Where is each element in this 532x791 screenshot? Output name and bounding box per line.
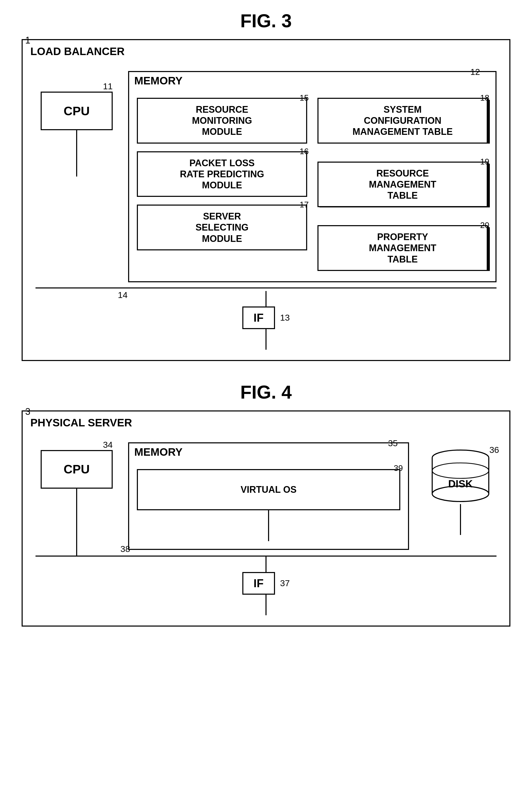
fig4-bus: 38 — [36, 555, 496, 557]
fig3-table-3-label: PROPERTYMANAGEMENTTABLE — [369, 231, 436, 265]
fig4-virtual-os-box: VIRTUAL OS — [137, 469, 400, 510]
fig4-cpu-box: CPU — [41, 450, 113, 489]
fig4-disk-col: 36 DISK — [424, 448, 496, 535]
fig4-title: FIG. 4 — [240, 382, 292, 403]
fig4-memory-label: MEMORY — [134, 446, 183, 458]
fig3-table-1-ref: 18 — [480, 93, 489, 103]
fig3-outer-label: LOAD BALANCER — [30, 45, 125, 58]
fig4-bus-ref: 38 — [120, 544, 130, 554]
fig3-table-2-ref: 19 — [480, 157, 489, 167]
fig3-table-1-label: SYSTEMCONFIGURATIONMANAGEMENT TABLE — [353, 104, 453, 137]
fig3-module-1-ref: 15 — [300, 93, 309, 103]
fig4-disk-svg: DISK — [424, 448, 496, 504]
fig4-if-row: IF 37 — [242, 572, 290, 595]
fig3-memory-inner: 15 RESOURCEMONITORINGMODULE 16 PACKET LO… — [137, 98, 488, 274]
fig3-title: FIG. 3 — [240, 10, 292, 32]
fig4-memory-vline — [268, 510, 269, 541]
fig4-if-box: IF — [242, 572, 275, 595]
fig4-cpu-vline — [76, 489, 77, 555]
fig4-virtual-os-wrapper: 39 VIRTUAL OS — [137, 469, 400, 510]
fig3-module-1: 15 RESOURCEMONITORINGMODULE — [137, 98, 307, 144]
fig3-memory-label: MEMORY — [134, 75, 183, 87]
fig3-if-ref: 13 — [280, 313, 290, 323]
fig3-table-3-ref: 20 — [480, 221, 489, 230]
fig3-vline-to-if — [265, 291, 267, 306]
fig3-bus-line — [36, 287, 496, 288]
fig4-cpu-col: 34 CPU — [41, 450, 113, 555]
fig3-module-2-ref: 16 — [300, 147, 309, 156]
fig4-memory-box: 35 MEMORY 39 VIRTUAL OS — [128, 442, 409, 550]
fig3-module-3: 17 SERVERSELECTINGMODULE — [137, 205, 307, 250]
fig3-module-3-ref: 17 — [300, 200, 309, 209]
fig3-table-2-label: RESOURCEMANAGEMENTTABLE — [369, 168, 436, 201]
fig3-if-label: IF — [254, 312, 264, 324]
fig3-table-1: 18 SYSTEMCONFIGURATIONMANAGEMENT TABLE — [318, 98, 488, 144]
fig3-cpu-ref: 11 — [103, 81, 113, 91]
fig3-bus: 14 — [36, 287, 496, 288]
fig3-cpu-box: CPU — [41, 92, 113, 130]
fig4-if-section: IF 37 — [36, 557, 496, 615]
fig4-inner: 34 CPU 35 MEMORY 39 VIRTUAL OS — [36, 442, 496, 555]
fig3-ref-1: 1 — [25, 35, 30, 46]
fig3-table-2-stack: 19 RESOURCEMANAGEMENTTABLE — [318, 162, 488, 207]
fig4-memory-ref: 35 — [388, 438, 398, 448]
fig3-memory-box: 12 MEMORY 15 RESOURCEMONITORINGMODULE 16 — [128, 71, 496, 282]
fig4-bus-line — [36, 555, 496, 557]
fig4-virtual-os-label: VIRTUAL OS — [241, 484, 296, 495]
fig3-table-3-stack: 20 PROPERTYMANAGEMENTTABLE — [318, 225, 488, 271]
fig3-bus-ref: 14 — [118, 290, 128, 300]
fig3-if-section: IF 13 — [36, 291, 496, 350]
fig3-outer-box: 1 LOAD BALANCER 11 CPU 12 MEMORY — [22, 39, 510, 361]
fig3-if-box: IF — [242, 306, 275, 329]
fig4-if-label: IF — [254, 577, 264, 590]
fig3-module-3-label: SERVERSELECTINGMODULE — [195, 211, 248, 244]
fig3-modules-col: 15 RESOURCEMONITORINGMODULE 16 PACKET LO… — [137, 98, 307, 274]
fig4-vline-to-if — [265, 557, 267, 572]
fig4-cpu-ref: 34 — [103, 440, 113, 450]
fig3-if-row: IF 13 — [242, 306, 290, 329]
fig4-disk-vline — [460, 504, 461, 535]
fig3-cpu-vline — [76, 130, 77, 176]
fig4-ref-main: 3 — [25, 406, 30, 417]
fig3-module-2: 16 PACKET LOSSRATE PREDICTINGMODULE — [137, 151, 307, 197]
fig4-section: FIG. 4 3 PHYSICAL SERVER 34 CPU 35 MEMOR… — [15, 382, 517, 647]
fig3-vline-from-if — [265, 329, 267, 350]
fig4-outer-label: PHYSICAL SERVER — [30, 417, 132, 429]
fig3-module-2-label: PACKET LOSSRATE PREDICTINGMODULE — [180, 157, 264, 191]
fig3-table-2: 19 RESOURCEMANAGEMENTTABLE — [318, 162, 488, 207]
fig3-section: FIG. 3 1 LOAD BALANCER 11 CPU 12 MEMORY — [15, 10, 517, 382]
svg-text:DISK: DISK — [448, 478, 473, 489]
fig3-table-1-stack: 18 SYSTEMCONFIGURATIONMANAGEMENT TABLE — [318, 98, 488, 144]
fig4-outer-box: 3 PHYSICAL SERVER 34 CPU 35 MEMORY 39 VI… — [22, 410, 510, 626]
fig3-cpu-label: CPU — [63, 104, 90, 118]
fig4-cpu-label: CPU — [63, 462, 90, 476]
fig3-module-1-label: RESOURCEMONITORINGMODULE — [192, 104, 252, 137]
fig4-vline-from-if — [265, 595, 267, 615]
fig4-disk-ref: 36 — [489, 445, 499, 455]
fig3-memory-ref: 12 — [470, 67, 480, 77]
fig4-if-ref: 37 — [280, 578, 290, 588]
fig3-table-3: 20 PROPERTYMANAGEMENTTABLE — [318, 225, 488, 271]
fig3-tables-col: 18 SYSTEMCONFIGURATIONMANAGEMENT TABLE 1… — [318, 98, 488, 274]
